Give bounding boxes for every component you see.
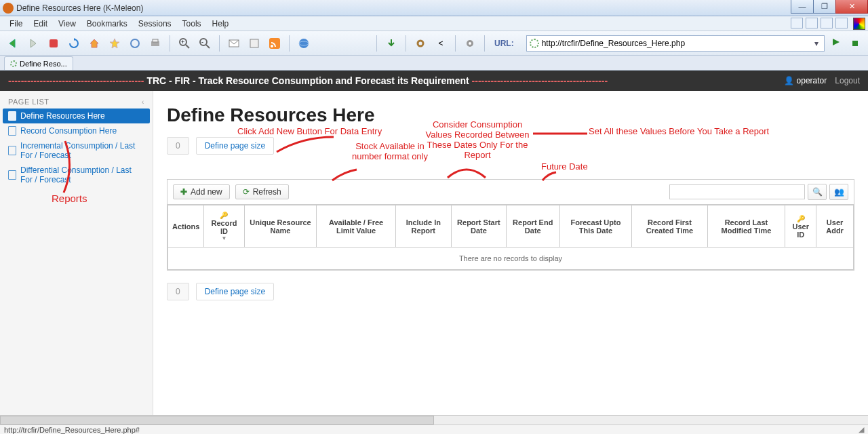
refresh-button[interactable]: ⟳ Refresh [235, 184, 289, 199]
url-bar[interactable]: ▾ [526, 35, 825, 52]
reload-button[interactable] [65, 35, 83, 52]
rainbow-icon[interactable] [853, 18, 865, 30]
resize-grip-icon[interactable]: ◢ [859, 425, 864, 434]
svg-rect-11 [250, 39, 258, 47]
window-maximize-button[interactable]: ❐ [813, 0, 836, 14]
page-icon [8, 126, 16, 136]
define-page-size-button-bottom[interactable]: Define page size [196, 283, 274, 300]
sidebar-item-record-consumption[interactable]: Record Consumption Here [3, 123, 150, 138]
svg-text:+: + [181, 39, 184, 45]
search-input[interactable] [669, 184, 805, 199]
annotation-reports: Reports [52, 193, 87, 204]
refresh-icon: ⟳ [243, 187, 250, 197]
sidebar-item-define-resources[interactable]: Define Resources Here [3, 108, 150, 123]
news-button[interactable] [245, 35, 263, 52]
data-table: Actions 🔑Record ID▼ Unique Resource Name… [167, 205, 854, 270]
download-button[interactable] [382, 35, 400, 52]
menu-bookmarks[interactable]: Bookmarks [81, 18, 133, 30]
col-created[interactable]: Record First Created Time [632, 205, 707, 248]
col-end-date[interactable]: Report End Date [506, 205, 559, 248]
sidebar-item-differential[interactable]: Differential Consumption / Last For / Fo… [3, 163, 150, 187]
advanced-search-button[interactable]: 👥 [829, 184, 848, 200]
mail-button[interactable] [225, 35, 243, 52]
annotation-set-all: Set All these Values Before You Take a R… [589, 126, 769, 136]
sidebar-collapse-icon[interactable]: ‹ [142, 98, 144, 106]
menu-file[interactable]: File [4, 18, 28, 30]
col-forecast[interactable]: Forecast Upto This Date [559, 205, 632, 248]
gear-button[interactable] [412, 35, 429, 52]
zoom-in-button[interactable]: + [176, 35, 193, 52]
search-icon: 🔍 [812, 187, 823, 197]
home-button[interactable] [85, 35, 103, 52]
url-dropdown-icon[interactable]: ▾ [812, 39, 821, 48]
col-start-date[interactable]: Report Start Date [451, 205, 506, 248]
history-button[interactable] [126, 35, 144, 52]
prev-button[interactable]: < [432, 35, 450, 52]
sidebar-item-label: Differential Consumption / Last For / Fo… [20, 165, 142, 184]
tab-label: Define Reso... [20, 60, 67, 68]
sidebar-item-label: Record Consumption Here [20, 126, 117, 136]
annotation-click-add: Click Add New Button For Data Entry [237, 126, 382, 136]
menu-sessions[interactable]: Sessions [133, 18, 177, 30]
back-button[interactable] [4, 35, 22, 52]
logout-link[interactable]: Logout [835, 76, 860, 85]
col-modified[interactable]: Record Last Modified Time [707, 205, 785, 248]
svg-line-8 [206, 45, 210, 48]
horizontal-scrollbar[interactable] [0, 415, 868, 425]
system-tray-icons [791, 18, 848, 28]
svg-point-18 [469, 42, 471, 45]
data-table-wrapper: ✚ Add new ⟳ Refresh 🔍 👥 Actions [167, 179, 854, 271]
search-button[interactable]: 🔍 [808, 184, 827, 200]
url-input[interactable] [542, 39, 812, 48]
globe-button[interactable] [295, 35, 313, 52]
define-page-size-button[interactable]: Define page size [196, 137, 274, 155]
tray-icon[interactable] [821, 18, 833, 28]
window-titlebar: Define Resources Here (K-Meleon) — ❐ ✕ [0, 0, 868, 16]
zoom-out-button[interactable]: - [196, 35, 214, 52]
svg-rect-12 [269, 38, 280, 49]
menu-tools[interactable]: Tools [177, 18, 207, 30]
current-user[interactable]: 👤 operator [784, 76, 827, 85]
col-user-addr[interactable]: User Addr [816, 205, 854, 248]
add-new-label: Add new [191, 187, 222, 197]
feed-button[interactable] [266, 35, 283, 52]
col-include[interactable]: Include In Report [395, 205, 451, 248]
menu-view[interactable]: View [53, 18, 81, 30]
sort-icon: ▼ [208, 235, 239, 241]
window-minimize-button[interactable]: — [791, 0, 814, 14]
print-button[interactable] [146, 35, 164, 52]
svg-point-16 [418, 41, 423, 46]
add-new-button[interactable]: ✚ Add new [173, 184, 230, 199]
col-available[interactable]: Available / Free Limit Value [317, 205, 395, 248]
col-user-id[interactable]: 🔑User ID [785, 205, 816, 248]
svg-line-5 [186, 45, 189, 48]
page-loading-icon [530, 39, 539, 48]
col-resource-name[interactable]: Unique Resource Name [244, 205, 317, 248]
browser-toolbar: + - < URL: ▾ [0, 31, 868, 56]
menu-help[interactable]: Help [207, 18, 235, 30]
window-close-button[interactable]: ✕ [835, 0, 868, 14]
sidebar: PAGE LIST ‹ Define Resources Here Record… [0, 91, 153, 415]
tray-icon[interactable] [835, 18, 848, 28]
sidebar-item-incremental[interactable]: Incremental Consumption / Last For / For… [3, 138, 150, 163]
tab-spinner-icon [10, 60, 17, 67]
stop-button[interactable] [45, 35, 62, 52]
record-count: 0 [167, 137, 189, 155]
col-actions[interactable]: Actions [168, 205, 204, 248]
col-record-id[interactable]: 🔑Record ID▼ [204, 205, 244, 248]
menu-edit[interactable]: Edit [28, 18, 53, 30]
person-search-icon: 👥 [834, 187, 844, 197]
tray-icon[interactable] [791, 18, 803, 28]
svg-point-13 [271, 45, 273, 47]
favorites-button[interactable] [106, 35, 123, 52]
browser-tab[interactable]: Define Reso... [4, 56, 73, 70]
svg-point-14 [299, 39, 309, 48]
toolbar-extra-button[interactable] [846, 35, 864, 52]
tray-icon[interactable] [806, 18, 818, 28]
forward-button[interactable] [24, 35, 42, 52]
scrollbar-thumb[interactable] [0, 416, 434, 425]
svg-rect-0 [50, 39, 58, 47]
go-button[interactable] [831, 37, 844, 50]
sidebar-heading: PAGE LIST [8, 98, 50, 106]
settings-gear-button[interactable] [461, 35, 479, 52]
